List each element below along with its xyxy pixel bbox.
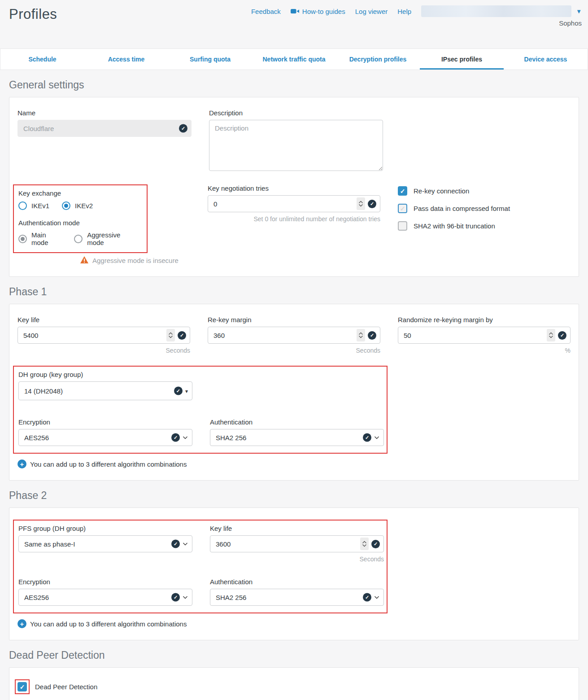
general-settings-card: Name Description Key exchange IKEv1 IKEv… — [9, 97, 579, 277]
annotation-box-phase1-algorithms: DH group (key group) 14 (DH2048) ▾ Encry… — [13, 366, 388, 454]
valid-check-icon — [178, 331, 186, 340]
number-spinner[interactable] — [357, 329, 365, 341]
p1-authentication-label: Authentication — [210, 418, 384, 426]
radio-ikev1[interactable] — [18, 201, 27, 210]
valid-check-icon — [368, 331, 376, 340]
compressed-format-row: Pass data in compressed format — [398, 204, 571, 213]
radio-aggressive-mode[interactable] — [74, 235, 83, 243]
p1-randomize-input[interactable] — [398, 327, 571, 344]
valid-check-icon — [368, 200, 376, 208]
radio-ikev2[interactable] — [62, 201, 70, 210]
key-negotiation-label: Key negotiation tries — [208, 184, 380, 192]
howto-guides-link[interactable]: How-to guides — [291, 8, 345, 15]
sha2-truncation-row: SHA2 with 96-bit truncation — [398, 221, 571, 231]
p2-encryption-value: AES256 — [24, 594, 49, 601]
p1-dh-group-value: 14 (DH2048) — [24, 387, 63, 395]
p2-add-combination-hint: You can add up to 3 different algorithm … — [30, 620, 187, 628]
description-textarea[interactable] — [209, 120, 383, 171]
p1-add-combination-hint: You can add up to 3 different algorithm … — [30, 460, 187, 468]
chevron-down-icon — [183, 436, 188, 439]
tab-device-access[interactable]: Device access — [504, 49, 588, 70]
page-header: Profiles Feedback How-to guides Log view… — [0, 0, 588, 48]
p2-pfs-group-value: Same as phase-I — [24, 540, 75, 548]
p2-pfs-group-label: PFS group (DH group) — [18, 525, 192, 532]
p2-authentication-label: Authentication — [210, 578, 384, 586]
number-spinner[interactable] — [360, 538, 369, 550]
log-viewer-link[interactable]: Log viewer — [355, 8, 388, 15]
p1-rekey-margin-label: Re-key margin — [208, 316, 380, 324]
rekey-connection-label: Re-key connection — [414, 187, 469, 195]
valid-check-icon — [171, 433, 180, 442]
p1-key-life-label: Key life — [17, 316, 190, 324]
aggressive-mode-warning: Aggressive mode is insecure — [92, 257, 179, 264]
p1-key-life-input[interactable] — [17, 327, 190, 344]
dpd-card: Dead Peer Detection Check peer after eve… — [9, 667, 579, 700]
number-spinner[interactable] — [547, 329, 555, 341]
tab-surfing-quota[interactable]: Surfing quota — [168, 49, 252, 70]
caret-down-icon: ▾ — [185, 388, 188, 394]
radio-ikev1-label: IKEv1 — [31, 202, 49, 210]
brand-label: Sophos — [559, 19, 582, 27]
chevron-down-icon — [374, 595, 379, 599]
number-spinner[interactable] — [357, 197, 365, 210]
p1-encryption-select[interactable]: AES256 — [18, 429, 192, 446]
valid-check-icon — [174, 387, 183, 395]
phase1-card: Key life Seconds Re-key margin — [9, 304, 579, 481]
tab-schedule[interactable]: Schedule — [0, 49, 84, 70]
p1-randomize-label: Randomize re-keying margin by — [398, 316, 571, 324]
p2-encryption-select[interactable]: AES256 — [18, 589, 192, 606]
dpd-enable-checkbox[interactable] — [17, 682, 27, 691]
name-input[interactable] — [17, 120, 192, 137]
valid-check-icon — [363, 593, 371, 602]
p2-key-life-label: Key life — [210, 525, 384, 532]
account-dropdown-redacted[interactable] — [421, 5, 571, 17]
p1-key-life-hint: Seconds — [17, 347, 190, 354]
tab-decryption-profiles[interactable]: Decryption profiles — [336, 49, 420, 70]
rekey-connection-row: Re-key connection — [398, 186, 571, 196]
number-spinner[interactable] — [166, 329, 175, 341]
feedback-link[interactable]: Feedback — [251, 8, 281, 15]
valid-check-icon — [171, 540, 180, 548]
p2-key-life-hint: Seconds — [210, 556, 384, 563]
rekey-connection-checkbox[interactable] — [398, 186, 407, 196]
video-camera-icon — [291, 8, 299, 15]
dpd-enable-row: Dead Peer Detection — [17, 679, 571, 694]
general-settings-heading: General settings — [9, 79, 579, 91]
sha2-truncation-checkbox[interactable] — [398, 221, 407, 231]
radio-aggressive-mode-label: Aggressive mode — [87, 231, 134, 246]
account-caret-down-icon[interactable]: ▼ — [576, 8, 582, 15]
phase1-heading: Phase 1 — [9, 286, 579, 298]
key-negotiation-hint: Set 0 for unlimited number of negotiatio… — [208, 215, 380, 223]
p1-encryption-label: Encryption — [18, 418, 192, 426]
phase2-heading: Phase 2 — [9, 490, 579, 502]
p2-pfs-group-select[interactable]: Same as phase-I — [18, 535, 192, 552]
description-label: Description — [209, 109, 383, 117]
phase2-card: PFS group (DH group) Same as phase-I Key… — [9, 508, 579, 640]
sha2-truncation-label: SHA2 with 96-bit truncation — [414, 222, 495, 230]
p1-rekey-margin-input[interactable] — [208, 327, 380, 344]
valid-check-icon — [558, 331, 566, 340]
p2-add-combination-row: You can add up to 3 different algorithm … — [17, 619, 571, 628]
valid-check-icon — [171, 593, 180, 602]
p1-authentication-value: SHA2 256 — [216, 434, 246, 442]
dpd-heading: Dead Peer Detection — [9, 649, 579, 661]
tab-access-time[interactable]: Access time — [84, 49, 168, 70]
profile-tabs: Schedule Access time Surfing quota Netwo… — [0, 48, 588, 70]
add-plus-icon[interactable] — [17, 459, 26, 468]
p1-rekey-margin-hint: Seconds — [208, 347, 380, 354]
valid-check-icon — [179, 124, 187, 133]
p1-dh-group-select[interactable]: 14 (DH2048) ▾ — [18, 381, 192, 400]
help-link[interactable]: Help — [397, 8, 411, 15]
annotation-box-key-exchange: Key exchange IKEv1 IKEv2 Authentication … — [13, 184, 148, 253]
tab-ipsec-profiles[interactable]: IPsec profiles — [420, 49, 504, 70]
tab-network-traffic-quota[interactable]: Network traffic quota — [252, 49, 336, 70]
p2-key-life-input[interactable] — [210, 535, 384, 552]
dpd-enable-label: Dead Peer Detection — [35, 683, 97, 691]
compressed-format-label: Pass data in compressed format — [414, 205, 510, 212]
add-plus-icon[interactable] — [17, 619, 26, 628]
key-negotiation-input[interactable] — [208, 195, 380, 212]
p1-authentication-select[interactable]: SHA2 256 — [210, 429, 384, 446]
p2-authentication-select[interactable]: SHA2 256 — [210, 589, 384, 606]
compressed-format-checkbox[interactable] — [398, 204, 407, 213]
radio-main-mode[interactable] — [18, 235, 27, 243]
